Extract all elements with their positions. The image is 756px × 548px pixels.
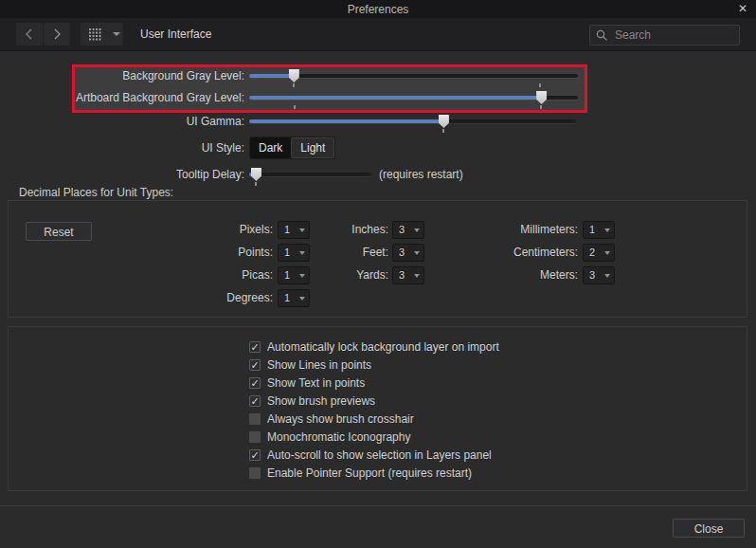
slider-label: UI Gamma: (0, 115, 244, 128)
points-dropdown[interactable]: 1 (278, 244, 310, 262)
checkbox-enable-pointer-support[interactable]: Enable Pointer Support (requires restart… (249, 466, 472, 480)
checkbox-icon[interactable] (249, 413, 261, 425)
dropdown-value: 1 (589, 222, 595, 238)
dropdown-value: 3 (589, 267, 595, 283)
centimeters-dropdown[interactable]: 2 (583, 244, 615, 262)
degrees-dropdown[interactable]: 1 (278, 289, 310, 307)
checkbox-show-lines-in-points[interactable]: ✓Show Lines in points (249, 358, 371, 372)
checkbox-label: Monochromatic Iconography (267, 430, 410, 444)
checkbox-auto-scroll-layers-panel[interactable]: ✓Auto-scroll to show selection in Layers… (249, 448, 492, 462)
checkbox-icon[interactable]: ✓ (249, 377, 261, 389)
close-icon[interactable]: ✕ (738, 2, 747, 16)
preferences-dialog: Preferences ✕ User Interf (0, 0, 756, 548)
forward-button[interactable] (44, 23, 70, 46)
artboard-background-gray-level-row: Artboard Background Gray Level: (0, 91, 606, 104)
unit-label-feet: Feet: (313, 244, 388, 262)
ui-style-label: UI Style: (0, 137, 244, 159)
unit-label-centimeters: Centimeters: (455, 244, 578, 262)
dropdown-arrow-icon (414, 274, 420, 278)
unit-label-points: Points: (152, 244, 273, 262)
slider-fill (249, 74, 294, 78)
artboard-background-gray-level-slider[interactable] (249, 96, 578, 100)
checkbox-icon[interactable] (249, 431, 261, 443)
slider-thumb[interactable] (289, 69, 299, 82)
checkbox-icon[interactable] (249, 467, 261, 479)
sections-dropdown-arrow-icon[interactable] (109, 32, 123, 36)
toolbar: User Interface (0, 18, 756, 51)
search-icon (596, 29, 608, 42)
yards-dropdown[interactable]: 3 (392, 266, 424, 284)
back-button[interactable] (16, 23, 43, 46)
tooltip-delay-slider[interactable] (249, 173, 371, 176)
dropdown-value: 1 (284, 245, 290, 261)
ui-style-option-dark[interactable]: Dark (250, 137, 291, 158)
inches-dropdown[interactable]: 3 (392, 221, 424, 239)
chevron-right-icon (51, 27, 63, 41)
dropdown-arrow-icon (604, 274, 610, 278)
requires-restart-note: (requires restart) (379, 168, 463, 181)
slider-label: Artboard Background Gray Level: (0, 91, 244, 104)
decimal-places-heading: Decimal Places for Unit Types: (19, 186, 173, 199)
checkbox-monochromatic-iconography[interactable]: Monochromatic Iconography (249, 430, 410, 444)
checkbox-icon[interactable]: ✓ (249, 449, 261, 461)
dropdown-arrow-icon (299, 274, 305, 278)
millimeters-dropdown[interactable]: 1 (583, 221, 615, 239)
dropdown-value: 3 (399, 245, 405, 261)
slider-thumb[interactable] (439, 115, 449, 128)
feet-dropdown[interactable]: 3 (392, 244, 424, 262)
section-title: User Interface (140, 18, 211, 50)
unit-label-inches: Inches: (313, 221, 388, 239)
unit-label-pixels: Pixels: (152, 221, 273, 239)
search-field[interactable] (589, 25, 740, 46)
slider-fill (249, 96, 541, 100)
checkbox-label: Show brush previews (267, 394, 375, 408)
dropdown-arrow-icon (414, 228, 420, 232)
checkbox-icon[interactable]: ✓ (249, 359, 261, 371)
slider-thumb[interactable] (251, 168, 261, 181)
picas-dropdown[interactable]: 1 (278, 266, 310, 284)
checkbox-label: Show Lines in points (267, 358, 371, 372)
checkbox-show-brush-previews[interactable]: ✓Show brush previews (249, 394, 375, 408)
close-button[interactable]: Close (673, 519, 745, 538)
unit-label-picas: Picas: (152, 266, 273, 284)
unit-label-meters: Meters: (455, 266, 578, 284)
dialog-title: Preferences (0, 3, 756, 16)
slider-tick-mark (540, 105, 542, 109)
checkbox-label: Auto-scroll to show selection in Layers … (267, 448, 492, 462)
chevron-left-icon (24, 27, 35, 41)
checkbox-icon[interactable]: ✓ (249, 341, 261, 353)
dropdown-arrow-icon (299, 251, 305, 255)
slider-tick-mark (293, 83, 295, 87)
meters-dropdown[interactable]: 3 (583, 266, 615, 284)
dropdown-value: 1 (284, 267, 290, 283)
slider-tick-mark (294, 105, 296, 109)
title-bar: Preferences ✕ (0, 0, 756, 18)
dropdown-arrow-icon (604, 228, 610, 232)
pixels-dropdown[interactable]: 1 (278, 221, 310, 239)
background-gray-level-slider[interactable] (249, 74, 578, 78)
ui-style-segmented-control: Dark Light (249, 137, 335, 159)
dropdown-value: 1 (284, 290, 290, 306)
checkbox-lock-background-layer[interactable]: ✓Automatically lock background layer on … (249, 340, 499, 354)
ui-style-option-light[interactable]: Light (291, 137, 334, 158)
dropdown-value: 2 (589, 245, 595, 261)
slider-tick-mark (255, 182, 257, 186)
sections-grid-icon (81, 28, 109, 41)
reset-button[interactable]: Reset (26, 222, 92, 241)
slider-label: Background Gray Level: (0, 69, 244, 82)
footer-divider (0, 505, 756, 506)
unit-label-degrees: Degrees: (152, 289, 273, 307)
background-gray-level-row: Background Gray Level: (0, 69, 606, 82)
slider-tick-mark (442, 129, 444, 133)
checkbox-icon[interactable]: ✓ (249, 395, 261, 407)
checkbox-always-show-brush-crosshair[interactable]: Always show brush crosshair (249, 412, 414, 426)
unit-label-millimeters: Millimeters: (455, 221, 578, 239)
ui-gamma-slider[interactable] (249, 119, 576, 123)
dropdown-value: 3 (399, 222, 405, 238)
checkbox-label: Automatically lock background layer on i… (267, 340, 499, 354)
search-input[interactable] (613, 27, 739, 43)
checkbox-show-text-in-points[interactable]: ✓Show Text in points (249, 376, 365, 390)
slider-thumb[interactable] (536, 91, 547, 104)
sections-menu-button[interactable] (81, 23, 123, 46)
slider-fill (249, 119, 443, 123)
